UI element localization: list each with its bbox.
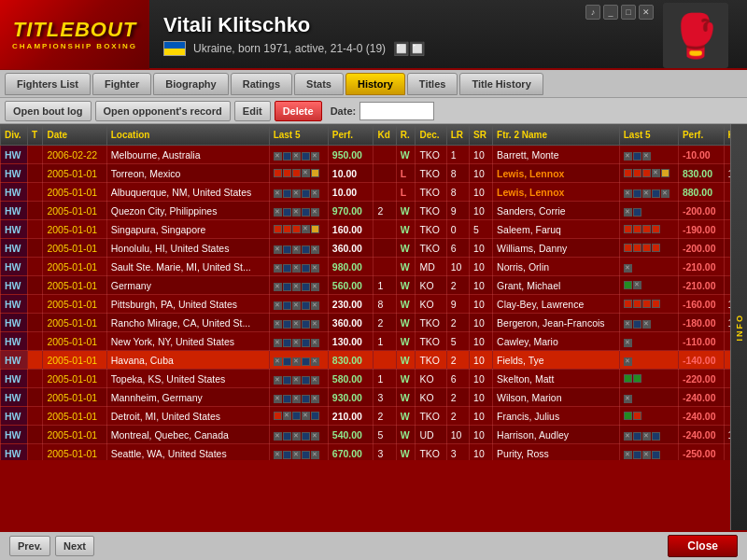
cell-kd: 1 — [374, 332, 396, 351]
cell-r: L — [396, 164, 416, 183]
tab-title-history[interactable]: Title History — [459, 73, 543, 95]
col-perf: Perf. — [328, 125, 374, 146]
table-row[interactable]: HW 2005-01-01 New York, NY, United State… — [1, 332, 747, 351]
table-row[interactable]: HW 2005-01-01 Honolulu, HI, United State… — [1, 239, 747, 258]
prev-next-controls: Prev. Next — [9, 536, 94, 556]
cell-kd — [374, 258, 396, 276]
cell-date: 2005-01-01 — [43, 370, 106, 388]
table-row[interactable]: HW 2005-01-01 Havana, Cuba ✕✕✕ 830.00 W … — [1, 351, 747, 370]
cell-last5: ✕✕✕ — [269, 444, 328, 461]
maximize-icon[interactable]: □ — [621, 5, 636, 20]
cell-dec: TKO — [416, 239, 446, 258]
prev-button[interactable]: Prev. — [9, 536, 50, 556]
date-label: Date: — [331, 105, 357, 117]
cell-sr: 5 — [470, 220, 493, 239]
cell-kd: 5 — [374, 426, 396, 444]
cell-div: HW — [1, 146, 28, 164]
cell-sr: 10 — [470, 146, 493, 164]
cell-r: W — [396, 388, 416, 407]
table-container[interactable]: Div. T Date Location Last 5 Perf. Kd R. … — [0, 124, 747, 460]
cell-last5b: ✕ — [619, 164, 678, 183]
cell-perf: 950.00 — [328, 146, 374, 164]
cell-dec: TKO — [416, 332, 446, 351]
cell-perf: 160.00 — [328, 220, 374, 239]
cell-dec: UD — [416, 426, 446, 444]
cell-kd: 3 — [374, 388, 396, 407]
cell-lr: 8 — [446, 164, 469, 183]
table-row[interactable]: HW 2005-01-01 Rancho Mirage, CA, United … — [1, 314, 747, 332]
table-row[interactable]: HW 2005-01-01 Torreon, Mexico ✕ 10.00 L … — [1, 164, 747, 183]
cell-perfb: -160.00 — [678, 295, 724, 314]
cell-lr: 6 — [446, 370, 469, 388]
table-row[interactable]: HW 2005-01-01 Montreal, Quebec, Canada ✕… — [1, 426, 747, 444]
table-row[interactable]: HW 2005-01-01 Mannheim, Germany ✕✕✕ 930.… — [1, 388, 747, 407]
table-row[interactable]: HW 2005-01-01 Germany ✕✕✕ 560.00 1 W KO … — [1, 276, 747, 295]
delete-button[interactable]: Delete — [275, 101, 322, 121]
cell-date: 2005-01-01 — [43, 295, 106, 314]
cell-lr: 2 — [446, 407, 469, 426]
cell-perf: 930.00 — [328, 388, 374, 407]
edit-button[interactable]: Edit — [234, 101, 271, 121]
tab-ratings[interactable]: Ratings — [231, 73, 292, 95]
tab-biography[interactable]: Biography — [153, 73, 228, 95]
cell-perfb: -110.00 — [678, 332, 724, 351]
cell-perf: 540.00 — [328, 426, 374, 444]
next-button[interactable]: Next — [55, 536, 94, 556]
cell-last5: ✕✕✕ — [269, 332, 328, 351]
cell-t — [27, 370, 42, 388]
cell-date: 2005-01-01 — [43, 314, 106, 332]
cell-dec: KO — [416, 388, 446, 407]
cell-lr: 10 — [446, 258, 469, 276]
cell-location: Singapura, Singapore — [106, 220, 269, 239]
cell-perf: 230.00 — [328, 295, 374, 314]
cell-location: Honolulu, HI, United States — [106, 239, 269, 258]
table-row[interactable]: HW 2005-01-01 Singapura, Singapore ✕ 160… — [1, 220, 747, 239]
table-row[interactable]: HW 2006-02-22 Melbourne, Australia ✕✕✕ 9… — [1, 146, 747, 164]
open-bout-log-button[interactable]: Open bout log — [5, 101, 92, 121]
table-row[interactable]: HW 2005-01-01 Albuquerque, NM, United St… — [1, 183, 747, 202]
cell-t — [27, 388, 42, 407]
tab-titles[interactable]: Titles — [407, 73, 458, 95]
minimize-icon[interactable]: _ — [603, 5, 618, 20]
cell-div: HW — [1, 426, 28, 444]
cell-last5b: ✕ — [619, 388, 678, 407]
cell-t — [27, 295, 42, 314]
sound-icon[interactable]: ♪ — [585, 5, 600, 20]
cell-last5: ✕ — [269, 164, 328, 183]
cell-sr: 10 — [470, 183, 493, 202]
tab-fighter[interactable]: Fighter — [92, 73, 151, 95]
cell-div: HW — [1, 202, 28, 220]
table-row[interactable]: HW 2005-01-01 Topeka, KS, United States … — [1, 370, 747, 388]
cell-sr: 10 — [470, 276, 493, 295]
bottom-bar: Prev. Next Close — [0, 530, 747, 560]
cell-r: W — [396, 351, 416, 370]
table-row[interactable]: HW 2005-01-01 Quezon City, Philippines ✕… — [1, 202, 747, 220]
cell-location: Rancho Mirage, CA, United St... — [106, 314, 269, 332]
cell-last5b: ✕ — [619, 258, 678, 276]
table-row[interactable]: HW 2005-01-01 Sault Ste. Marie, MI, Unit… — [1, 258, 747, 276]
close-window-icon[interactable]: ✕ — [639, 5, 654, 20]
boxer-image: 🥊 — [663, 3, 728, 68]
open-opponent-button[interactable]: Open opponent's record — [95, 101, 231, 121]
tab-history[interactable]: History — [345, 73, 405, 95]
table-row[interactable]: HW 2005-01-01 Seattle, WA, United States… — [1, 444, 747, 461]
close-button[interactable]: Close — [668, 535, 738, 557]
cell-perf: 10.00 — [328, 183, 374, 202]
table-row[interactable]: HW 2005-01-01 Detroit, MI, United States… — [1, 407, 747, 426]
date-input[interactable] — [359, 102, 434, 120]
table-row[interactable]: HW 2005-01-01 Pittsburgh, PA, United Sta… — [1, 295, 747, 314]
tab-stats[interactable]: Stats — [294, 73, 344, 95]
cell-date: 2005-01-01 — [43, 407, 106, 426]
cell-r: W — [396, 220, 416, 239]
nav-tabs: Fighters List Fighter Biography Ratings … — [0, 70, 747, 98]
cell-t — [27, 220, 42, 239]
cell-name: Fields, Tye — [493, 351, 620, 370]
cell-lr: 9 — [446, 295, 469, 314]
cell-sr: 10 — [470, 388, 493, 407]
cell-dec: TKO — [416, 351, 446, 370]
cell-location: Melbourne, Australia — [106, 146, 269, 164]
cell-r: W — [396, 276, 416, 295]
tab-fighters-list[interactable]: Fighters List — [5, 73, 91, 95]
cell-name: Williams, Danny — [493, 239, 620, 258]
cell-perfb: -140.00 — [678, 351, 724, 370]
